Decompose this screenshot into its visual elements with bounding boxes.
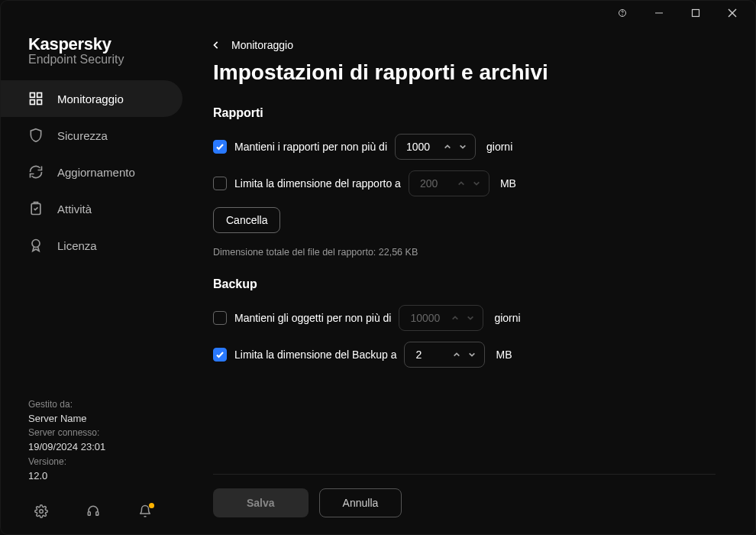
svg-rect-13: [88, 512, 90, 516]
stepper-value: 200: [420, 177, 446, 190]
titlebar: [1, 1, 755, 25]
section-title-backup: Backup: [213, 277, 716, 291]
dashboard-icon: [28, 91, 44, 106]
sidebar-item-label: Aggiornamento: [57, 166, 135, 179]
section-title-reports: Rapporti: [213, 106, 716, 120]
sidebar-item-monitoring[interactable]: Monitoraggio: [1, 80, 189, 117]
shield-icon: [28, 128, 44, 143]
brand-title: Kaspersky: [28, 34, 189, 54]
headset-icon[interactable]: [86, 504, 100, 520]
sidebar-item-tasks[interactable]: Attività: [1, 190, 189, 227]
row-limit-backup: Limita la dimensione del Backup a 2 MB: [213, 342, 716, 368]
sidebar-footer: Gestito da: Server Name Server connesso:…: [1, 397, 189, 498]
label-keep-reports: Mantieni i rapporti per non più di: [234, 141, 387, 153]
svg-point-1: [622, 15, 623, 15]
chevron-down-icon: [470, 177, 483, 190]
stepper-value: 1000: [406, 141, 432, 153]
close-icon[interactable]: [716, 2, 749, 24]
sidebar-item-security[interactable]: Sicurezza: [1, 117, 189, 154]
stepper-limit-reports: 200: [409, 170, 489, 196]
svg-rect-9: [37, 100, 42, 105]
cancel-button[interactable]: Annulla: [319, 488, 402, 517]
unit-days: giorni: [494, 312, 520, 324]
svg-rect-8: [31, 100, 35, 105]
chevron-down-icon[interactable]: [457, 141, 469, 153]
checkbox-limit-reports[interactable]: [213, 177, 227, 190]
svg-point-11: [32, 240, 40, 248]
managed-by-value: Server Name: [28, 411, 189, 426]
maximize-icon[interactable]: [679, 2, 712, 24]
connected-label: Server connesso:: [28, 426, 189, 439]
unit-mb: MB: [500, 177, 516, 190]
back-icon[interactable]: [210, 39, 222, 51]
version-label: Versione:: [28, 455, 189, 469]
checkbox-keep-backup[interactable]: [213, 311, 227, 325]
label-limit-backup: Limita la dimensione del Backup a: [234, 349, 396, 361]
refresh-icon: [28, 164, 44, 180]
stepper-value: 2: [415, 349, 441, 361]
sidebar: Kaspersky Endpoint Security Monitoraggio…: [1, 25, 189, 534]
stepper-keep-backup: 10000: [399, 305, 483, 331]
checkbox-limit-backup[interactable]: [213, 348, 227, 362]
chevron-down-icon: [464, 312, 477, 324]
breadcrumb-label[interactable]: Monitoraggio: [231, 39, 293, 51]
bottom-icons: [1, 497, 189, 534]
page-title: Impostazioni di rapporti e archivi: [213, 60, 716, 85]
nav: Monitoraggio Sicurezza Aggiornamento Att…: [1, 80, 189, 397]
managed-by-label: Gestito da:: [28, 397, 189, 411]
chevron-down-icon[interactable]: [466, 349, 478, 361]
svg-rect-7: [37, 93, 42, 98]
unit-mb: MB: [496, 349, 512, 361]
unit-days: giorni: [486, 141, 512, 153]
row-keep-reports: Mantieni i rapporti per non più di 1000 …: [213, 134, 716, 160]
row-keep-backup: Mantieni gli oggetti per non più di 1000…: [213, 305, 716, 331]
minimize-icon[interactable]: [642, 2, 676, 24]
clear-button[interactable]: Cancella: [213, 207, 280, 233]
gear-icon[interactable]: [34, 504, 48, 520]
label-limit-reports: Limita la dimensione del rapporto a: [234, 177, 401, 190]
svg-rect-6: [31, 93, 35, 98]
sidebar-item-update[interactable]: Aggiornamento: [1, 154, 189, 190]
main-content: Monitoraggio Impostazioni di rapporti e …: [189, 25, 755, 534]
stepper-value: 10000: [410, 312, 440, 324]
row-clear: Cancella: [213, 207, 716, 233]
stepper-keep-reports[interactable]: 1000: [395, 134, 476, 160]
svg-rect-3: [693, 10, 699, 17]
notification-badge: [149, 503, 154, 508]
sidebar-item-license[interactable]: Licenza: [1, 227, 189, 264]
report-size-text: Dimensione totale del file del rapporto:…: [213, 247, 716, 258]
save-button[interactable]: Salva: [213, 488, 309, 517]
label-keep-backup: Mantieni gli oggetti per non più di: [234, 312, 391, 324]
chevron-up-icon: [449, 312, 461, 324]
brand-subtitle: Endpoint Security: [28, 53, 189, 66]
clipboard-icon: [28, 201, 44, 216]
version-value: 12.0: [28, 469, 189, 484]
sidebar-item-label: Monitoraggio: [57, 92, 124, 105]
chevron-up-icon[interactable]: [441, 141, 454, 153]
connected-value: 19/09/2024 23:01: [28, 439, 189, 455]
row-limit-reports: Limita la dimensione del rapporto a 200 …: [213, 170, 716, 196]
chevron-up-icon: [455, 177, 467, 190]
breadcrumb: Monitoraggio: [210, 39, 716, 51]
stepper-limit-backup[interactable]: 2: [404, 342, 485, 368]
chevron-up-icon[interactable]: [451, 349, 463, 361]
bell-icon[interactable]: [138, 504, 152, 520]
badge-icon: [28, 238, 44, 253]
help-icon[interactable]: [606, 2, 639, 24]
footer-bar: Salva Annulla: [213, 474, 716, 534]
sidebar-item-label: Sicurezza: [57, 129, 108, 142]
sidebar-item-label: Attività: [57, 203, 92, 216]
svg-point-12: [40, 510, 44, 514]
brand: Kaspersky Endpoint Security: [1, 34, 189, 80]
sidebar-item-label: Licenza: [57, 239, 97, 252]
checkbox-keep-reports[interactable]: [213, 140, 227, 154]
svg-rect-2: [655, 13, 663, 14]
